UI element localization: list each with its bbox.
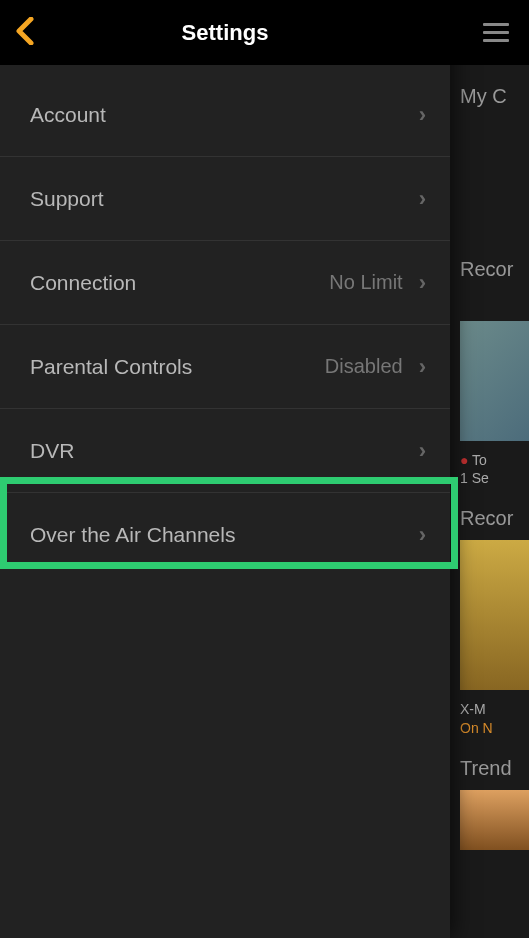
chevron-right-icon: ›	[419, 270, 426, 296]
page-title: Settings	[0, 20, 450, 46]
menu-label: DVR	[30, 439, 419, 463]
settings-header: Settings	[0, 0, 450, 65]
bg-section-title: Recor	[460, 258, 529, 281]
bg-section-title: Trend	[460, 757, 529, 780]
chevron-right-icon: ›	[419, 102, 426, 128]
menu-value: Disabled	[325, 355, 403, 378]
menu-item-parental-controls[interactable]: Parental Controls Disabled ›	[0, 325, 450, 409]
menu-label: Over the Air Channels	[30, 523, 419, 547]
menu-item-ota-channels[interactable]: Over the Air Channels ›	[0, 493, 450, 577]
bg-live-info: ● To 1 Se	[460, 451, 529, 487]
bg-thumbnail	[460, 540, 529, 690]
settings-menu: Account › Support › Connection No Limit …	[0, 65, 450, 577]
menu-value: No Limit	[329, 271, 402, 294]
menu-label: Connection	[30, 271, 329, 295]
menu-item-dvr[interactable]: DVR ›	[0, 409, 450, 493]
chevron-right-icon: ›	[419, 186, 426, 212]
chevron-right-icon: ›	[419, 354, 426, 380]
menu-item-support[interactable]: Support ›	[0, 157, 450, 241]
bg-movie-info: X-M On N	[460, 700, 529, 736]
background-content: My C Recor ● To 1 Se Recor X-M On N Tren…	[449, 0, 529, 938]
menu-item-account[interactable]: Account ›	[0, 73, 450, 157]
bg-thumbnail	[460, 790, 529, 850]
menu-label: Account	[30, 103, 419, 127]
chevron-right-icon: ›	[419, 522, 426, 548]
hamburger-icon[interactable]	[483, 23, 509, 42]
bg-thumbnail	[460, 321, 529, 441]
bg-section-title: Recor	[460, 507, 529, 530]
chevron-right-icon: ›	[419, 438, 426, 464]
bg-section-title: My C	[460, 85, 529, 108]
chevron-left-icon	[16, 17, 34, 45]
menu-item-connection[interactable]: Connection No Limit ›	[0, 241, 450, 325]
menu-label: Support	[30, 187, 419, 211]
menu-label: Parental Controls	[30, 355, 325, 379]
back-button[interactable]	[16, 16, 34, 50]
settings-panel: Settings Account › Support › Connection …	[0, 0, 450, 938]
background-header	[450, 0, 529, 65]
